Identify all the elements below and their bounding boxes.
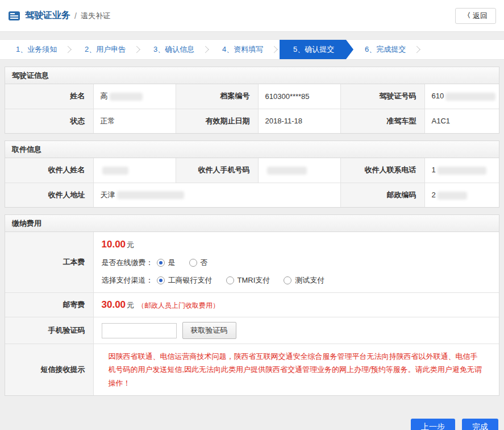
field-label-mail-fee: 邮寄费 [5, 293, 93, 317]
online-payment-question: 是否在线缴费： [102, 258, 153, 268]
radio-online-no[interactable]: 否 [189, 258, 208, 268]
pickup-section-title: 取件信息 [5, 141, 499, 158]
mail-fee-unit: 元 [127, 301, 134, 309]
radio-unchecked-icon [189, 259, 197, 267]
radio-label: 是 [168, 258, 176, 268]
field-label-status: 状态 [5, 109, 93, 133]
table-row: 姓名 高 档案编号 610300****85 驾驶证号码 610 [5, 84, 499, 109]
fees-table: 工本费 10.00元 是否在线缴费： 是 否 [5, 232, 499, 395]
field-label-recipient-phone: 收件人联系电话 [340, 158, 424, 183]
value-text: 天津 [101, 191, 115, 199]
mail-fee-cell: 30.00元（邮政人员上门收取费用） [93, 293, 499, 317]
redaction-smear [102, 167, 128, 175]
field-value-license-number: 610 [424, 84, 499, 109]
field-label-license-number: 驾驶证号码 [340, 84, 424, 109]
redaction-smear [117, 191, 184, 199]
verification-code-row: 获取验证码 [102, 322, 491, 339]
field-label-recipient-mobile: 收件人手机号码 [176, 158, 258, 183]
radio-label: 否 [201, 258, 208, 268]
pickup-info-table: 收件人姓名 收件人手机号码 收件人联系电话 1 收件人地址 天津 邮政编码 [5, 158, 499, 207]
radio-checked-icon [157, 259, 165, 267]
value-text: 高 [101, 92, 108, 100]
field-value-file-number: 610300****85 [258, 84, 340, 109]
table-row: 状态 正常 有效期止日期 2018-11-18 准驾车型 A1C1 [5, 109, 499, 133]
field-label-production-fee: 工本费 [5, 232, 93, 293]
radio-label: TMRI支付 [238, 275, 270, 286]
radio-channel-test[interactable]: 测试支付 [284, 275, 324, 286]
pickup-info-section: 取件信息 收件人姓名 收件人手机号码 收件人联系电话 1 [5, 140, 499, 208]
field-label-file-number: 档案编号 [176, 84, 258, 109]
mail-fee-amount: 30.00 [102, 299, 126, 310]
radio-unchecked-icon [226, 276, 234, 284]
radio-checked-icon [157, 276, 165, 284]
table-row: 收件人地址 天津 邮政编码 2 [5, 183, 499, 207]
field-value-recipient-phone: 1 [424, 158, 499, 183]
production-fee-amount: 10.00 [102, 239, 126, 250]
field-value-name: 高 [93, 84, 176, 109]
field-label-postal-code: 邮政编码 [340, 183, 424, 207]
field-label-recipient-name: 收件人姓名 [5, 158, 93, 183]
table-row: 工本费 10.00元 是否在线缴费： 是 否 [5, 232, 499, 293]
field-value-status: 正常 [93, 109, 176, 133]
verification-code-cell: 获取验证码 [93, 317, 499, 344]
document-icon [8, 11, 20, 21]
step-1-business-notice[interactable]: 1、业务须知 [5, 40, 73, 59]
back-button-label: 返回 [473, 11, 488, 21]
radio-channel-tmri[interactable]: TMRI支付 [226, 275, 270, 286]
sms-notice-cell: 因陕西省联通、电信运营商技术问题，陕西省互联网交通安全综合服务管理平台无法向持陕… [93, 344, 499, 396]
field-label-verification-code: 手机验证码 [5, 317, 93, 344]
production-fee-cell: 10.00元 是否在线缴费： 是 否 选择支 [93, 232, 499, 293]
license-section-title: 驾驶证信息 [5, 67, 499, 84]
field-value-recipient-name [93, 158, 176, 183]
license-info-section: 驾驶证信息 姓名 高 档案编号 610300****85 驾驶证号码 610 状… [5, 67, 499, 134]
footer-actions: 上一步 完成 [0, 396, 504, 430]
value-text: 2 [432, 191, 436, 199]
header: 驾驶证业务 / 遗失补证 〈 返回 [0, 0, 504, 32]
fees-section: 缴纳费用 工本费 10.00元 是否在线缴费： 是 [5, 214, 499, 396]
field-label-recipient-address: 收件人地址 [5, 183, 93, 207]
radio-unchecked-icon [284, 276, 291, 284]
redaction-smear [438, 167, 486, 175]
field-value-recipient-mobile [258, 158, 340, 183]
step-5-confirm-submit[interactable]: 5、确认提交 [280, 40, 353, 59]
verification-code-input[interactable] [102, 323, 177, 338]
radio-label: 测试支付 [295, 275, 324, 286]
production-fee-amount-line: 10.00元 [102, 239, 491, 250]
redaction-smear [445, 93, 495, 101]
table-row: 收件人姓名 收件人手机号码 收件人联系电话 1 [5, 158, 499, 183]
step-3-confirm-info[interactable]: 3、确认信息 [142, 40, 211, 59]
table-row: 手机验证码 获取验证码 [5, 317, 499, 344]
field-label-expiry-date: 有效期止日期 [176, 109, 258, 133]
radio-online-yes[interactable]: 是 [157, 258, 176, 268]
field-value-vehicle-class: A1C1 [424, 109, 499, 133]
radio-label: 工商银行支付 [168, 275, 213, 286]
back-button[interactable]: 〈 返回 [455, 8, 496, 24]
table-row: 短信接收提示 因陕西省联通、电信运营商技术问题，陕西省互联网交通安全综合服务管理… [5, 344, 499, 396]
field-label-sms-notice: 短信接收提示 [5, 344, 93, 396]
field-value-recipient-address: 天津 [93, 183, 340, 207]
step-6-complete[interactable]: 6、完成提交 [353, 40, 422, 59]
online-payment-question-row: 是否在线缴费： 是 否 [102, 258, 491, 268]
fees-section-title: 缴纳费用 [5, 215, 499, 232]
step-4-fill-data[interactable]: 4、资料填写 [211, 40, 280, 59]
prev-step-button[interactable]: 上一步 [411, 419, 455, 430]
redaction-smear [267, 167, 307, 175]
license-info-table: 姓名 高 档案编号 610300****85 驾驶证号码 610 状态 正常 有… [5, 84, 499, 133]
mail-fee-note: （邮政人员上门收取费用） [138, 301, 219, 309]
radio-channel-icbc[interactable]: 工商银行支付 [157, 275, 213, 286]
field-label-vehicle-class: 准驾车型 [340, 109, 424, 133]
breadcrumb-separator: / [74, 11, 77, 20]
field-value-postal-code: 2 [424, 183, 499, 207]
get-code-button[interactable]: 获取验证码 [182, 322, 236, 339]
page-subtitle: 遗失补证 [81, 11, 110, 21]
field-label-name: 姓名 [5, 84, 93, 109]
back-chevron-icon: 〈 [464, 11, 470, 20]
table-row: 邮寄费 30.00元（邮政人员上门收取费用） [5, 293, 499, 317]
payment-channel-question-row: 选择支付渠道： 工商银行支付 TMRI支付 测试支付 [102, 275, 491, 286]
step-wizard: 1、业务须知 2、用户申告 3、确认信息 4、资料填写 5、确认提交 6、完成提… [0, 39, 504, 60]
step-2-user-declaration[interactable]: 2、用户申告 [73, 40, 142, 59]
finish-button[interactable]: 完成 [462, 419, 498, 430]
redaction-smear [438, 192, 467, 200]
value-text: 610 [432, 92, 444, 100]
page-title: 驾驶证业务 [25, 10, 70, 22]
